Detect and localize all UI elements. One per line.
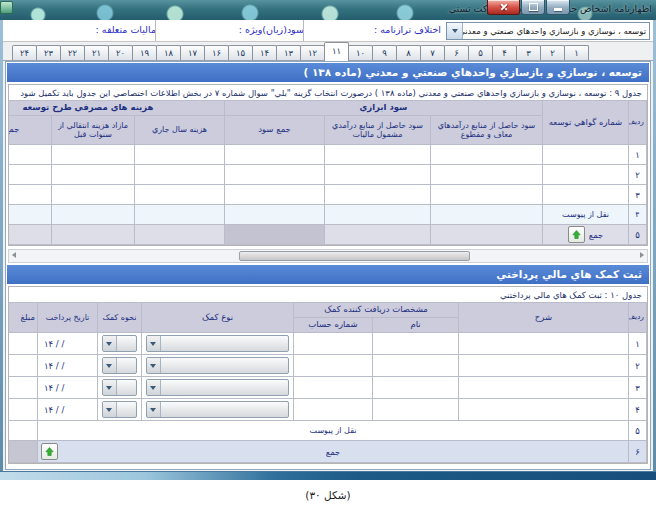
- tab-5[interactable]: ۵: [468, 45, 493, 60]
- name-cell[interactable]: [373, 399, 459, 421]
- chevron-down-icon[interactable]: [103, 358, 117, 373]
- tab-21[interactable]: ۲۱: [84, 45, 109, 60]
- table9-horizontal-scrollbar[interactable]: [8, 249, 648, 263]
- profit-taxable-cell[interactable]: [325, 165, 431, 185]
- table10-financial-aid: رديف شرح مشخصات دريافت كننده كمک نوع كمک…: [8, 302, 647, 463]
- row-number: ۱: [629, 145, 647, 165]
- pay-date-field[interactable]: ۱۴ / /: [40, 383, 95, 393]
- aid-type-dropdown[interactable]: [146, 379, 289, 396]
- chevron-down-icon[interactable]: [103, 402, 117, 417]
- amount-cell[interactable]: [8, 355, 37, 377]
- description-cell[interactable]: [459, 333, 629, 355]
- tab-2[interactable]: ۲: [540, 45, 565, 60]
- aid-method-dropdown[interactable]: [102, 401, 137, 418]
- description-cell[interactable]: [459, 399, 629, 421]
- chevron-down-icon[interactable]: [103, 380, 117, 395]
- cost-current-cell[interactable]: [134, 165, 224, 185]
- profit-exempt-cell[interactable]: [431, 145, 543, 165]
- window-title: اظهارنامه اشخاص حقوقي نام مودي : شركت تس…: [178, 3, 652, 14]
- tab-8[interactable]: ۸: [396, 45, 421, 60]
- account-cell[interactable]: [293, 377, 372, 399]
- pay-date-field[interactable]: ۱۴ / /: [40, 361, 95, 371]
- account-cell[interactable]: [293, 333, 372, 355]
- minimize-button[interactable]: [546, 0, 570, 15]
- tab-18[interactable]: ۱۸: [156, 45, 181, 60]
- description-cell[interactable]: [459, 355, 629, 377]
- profit-exempt-cell[interactable]: [431, 185, 543, 205]
- tab-15[interactable]: ۱۵: [228, 45, 253, 60]
- tab-23[interactable]: ۲۳: [36, 45, 61, 60]
- certificate-cell[interactable]: [543, 165, 629, 185]
- cost-carryover-cell[interactable]: [51, 165, 134, 185]
- pay-date-field[interactable]: ۱۴ / /: [40, 405, 95, 415]
- sum-from-attachment-button[interactable]: [568, 226, 585, 243]
- chevron-down-icon[interactable]: [147, 336, 161, 351]
- attachment-label: نقل از پيوست: [37, 421, 628, 441]
- profit-taxable-cell[interactable]: [325, 145, 431, 165]
- row-number: ۶: [629, 441, 647, 463]
- chevron-down-icon[interactable]: [147, 358, 161, 373]
- amount-cell[interactable]: [8, 377, 37, 399]
- row-number: ۴: [629, 399, 647, 421]
- profit-taxable-cell[interactable]: [325, 185, 431, 205]
- cost-carryover-cell[interactable]: [51, 185, 134, 205]
- tab-14[interactable]: ۱۴: [252, 45, 277, 60]
- cost-carryover-cell[interactable]: [51, 145, 134, 165]
- tab-12[interactable]: ۱۲: [300, 45, 325, 60]
- sum-from-attachment-button[interactable]: [41, 443, 58, 460]
- aid-method-dropdown[interactable]: [102, 379, 137, 396]
- account-cell[interactable]: [293, 355, 372, 377]
- tab-10[interactable]: ۱۰: [348, 45, 373, 60]
- profit-exempt-cell[interactable]: [431, 165, 543, 185]
- tab-1[interactable]: ۱: [564, 45, 589, 60]
- description-cell[interactable]: [459, 377, 629, 399]
- aid-method-dropdown[interactable]: [102, 357, 137, 374]
- total-label: جمع: [326, 447, 341, 457]
- tab-13[interactable]: ۱۳: [276, 45, 301, 60]
- tab-22[interactable]: ۲۲: [60, 45, 85, 60]
- screenshot-root: اظهارنامه اشخاص حقوقي نام مودي : شركت تس…: [0, 0, 656, 528]
- aid-type-dropdown[interactable]: [146, 401, 289, 418]
- maximize-button[interactable]: [521, 0, 545, 15]
- tab-4[interactable]: ۴: [492, 45, 517, 60]
- tab-11-selected[interactable]: ۱۱: [324, 42, 349, 61]
- tab-7[interactable]: ۷: [420, 45, 445, 60]
- tab-6[interactable]: ۶: [444, 45, 469, 60]
- chevron-down-icon[interactable]: [103, 336, 117, 351]
- amount-cell[interactable]: [8, 399, 37, 421]
- tab-16[interactable]: ۱۶: [204, 45, 229, 60]
- cost-current-cell[interactable]: [134, 145, 224, 165]
- scrollbar-thumb[interactable]: [239, 251, 471, 261]
- tab-19[interactable]: ۱۹: [132, 45, 157, 60]
- close-button[interactable]: [487, 0, 520, 15]
- table9-note: جدول ۹ : توسعه ، نوسازي و بازسازي واحدها…: [9, 85, 647, 100]
- chevron-down-icon[interactable]: [147, 402, 161, 417]
- profit-total-cell: [224, 165, 324, 185]
- chevron-down-icon[interactable]: [147, 380, 161, 395]
- col-header-pay-date: تاريخ پرداخت: [37, 303, 97, 333]
- tab-20[interactable]: ۲۰: [108, 45, 133, 60]
- name-cell[interactable]: [373, 377, 459, 399]
- certificate-cell[interactable]: [543, 185, 629, 205]
- aid-type-dropdown[interactable]: [146, 335, 289, 352]
- page-tabstrip: ۱ ۲ ۳ ۴ ۵ ۶ ۷ ۸ ۹ ۱۰ ۱۱ ۱۲ ۱۳ ۱۴ ۱۵ ۱۶ ۱…: [3, 42, 653, 61]
- row-number: ۴: [629, 205, 647, 225]
- total-label: جمع: [589, 230, 604, 240]
- scroll-right-icon[interactable]: [640, 252, 644, 258]
- certificate-cell[interactable]: [543, 145, 629, 165]
- tab-9[interactable]: ۹: [372, 45, 397, 60]
- tab-24[interactable]: ۲۴: [12, 45, 37, 60]
- section-select-dropdown[interactable]: توسعه ، نوسازي و بازسازي واحدهاي صنعتي و…: [446, 22, 650, 40]
- tab-17[interactable]: ۱۷: [180, 45, 205, 60]
- chevron-down-icon[interactable]: [447, 23, 463, 39]
- aid-method-dropdown[interactable]: [102, 335, 137, 352]
- account-cell[interactable]: [293, 399, 372, 421]
- name-cell[interactable]: [373, 355, 459, 377]
- name-cell[interactable]: [373, 333, 459, 355]
- scroll-left-icon[interactable]: [12, 252, 16, 258]
- amount-cell[interactable]: [8, 333, 37, 355]
- cost-current-cell[interactable]: [134, 185, 224, 205]
- tab-3[interactable]: ۳: [516, 45, 541, 60]
- aid-type-dropdown[interactable]: [146, 357, 289, 374]
- pay-date-field[interactable]: ۱۴ / /: [40, 339, 95, 349]
